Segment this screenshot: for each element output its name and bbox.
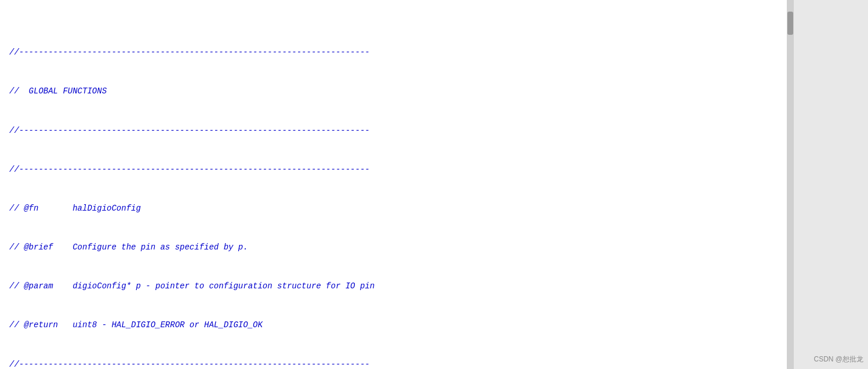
code-line-1: //--------------------------------------… <box>9 46 778 59</box>
code-line-8: // @return uint8 - HAL_DIGIO_ERROR or HA… <box>9 319 778 331</box>
code-panel[interactable]: //--------------------------------------… <box>0 0 787 369</box>
code-line-6: // @brief Configure the pin as specified… <box>9 241 778 254</box>
main-container: //--------------------------------------… <box>0 0 868 369</box>
code-line-2: // GLOBAL FUNCTIONS <box>9 85 778 97</box>
right-panel: CSDN @恕批龙 <box>787 0 868 369</box>
code-line-4: //--------------------------------------… <box>9 163 778 176</box>
scrollbar-track[interactable] <box>787 0 794 369</box>
code-line-9: //--------------------------------------… <box>9 358 778 369</box>
scrollbar-thumb[interactable] <box>787 12 793 35</box>
watermark: CSDN @恕批龙 <box>813 354 863 364</box>
code-line-3: //--------------------------------------… <box>9 124 778 137</box>
code-line-5: // @fn halDigioConfig <box>9 202 778 215</box>
code-content: //--------------------------------------… <box>0 5 787 369</box>
code-line-7: // @param digioConfig* p - pointer to co… <box>9 280 778 292</box>
